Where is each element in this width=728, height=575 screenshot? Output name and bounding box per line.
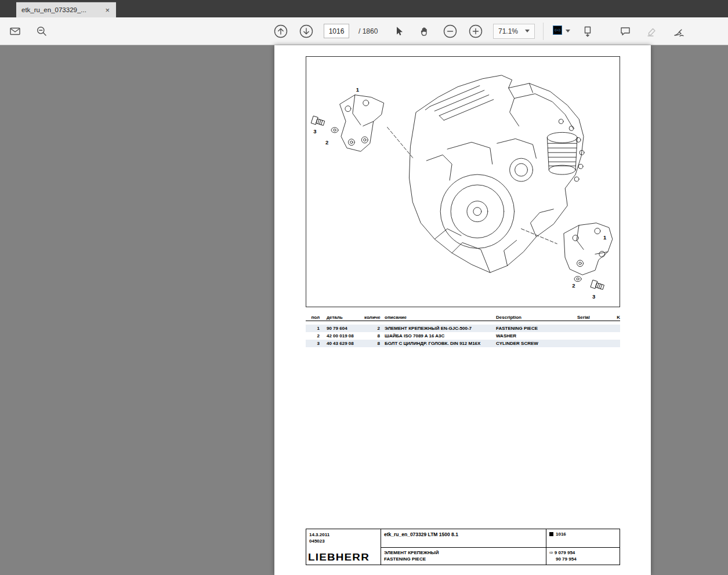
cell-pos: 3 — [306, 341, 322, 346]
callout-right-2: 2 — [572, 282, 575, 289]
header-qty: количе — [361, 315, 382, 320]
reference-arrow-icon: ⇨ — [549, 550, 553, 555]
page-up-icon — [273, 24, 288, 39]
title-block: 14.3.2011 045023 LIEBHERR etk_ru_en_0733… — [306, 529, 620, 565]
next-page-button[interactable] — [298, 23, 314, 39]
header-pos: пол — [306, 315, 322, 320]
callout-left-3: 3 — [313, 128, 316, 134]
cell-qty: 8 — [361, 341, 382, 346]
sign-pen-icon — [673, 26, 684, 37]
highlight-button[interactable] — [644, 23, 660, 39]
parts-row: 1 90 79 604 2 ЭЛЕМЕНТ КРЕПЕЖНЫЙ EN-GJC-5… — [306, 325, 620, 332]
cell-desc-ru: БОЛТ С ЦИЛИНДР. ГОЛОВК. DIN 912 M16X — [382, 341, 496, 346]
header-desc-en: Description — [496, 315, 577, 320]
cell-qty: 2 — [361, 326, 382, 331]
cell-desc-en: WASHER — [496, 333, 577, 339]
part-title-ru: ЭЛЕМЕНТ КРЕПЕЖНЫЙ — [384, 549, 543, 556]
parts-table-header: пол деталь количе описание Description S… — [306, 314, 620, 321]
cell-desc-en: FASTENING PIECE — [496, 326, 577, 331]
footer-page-number: 1016 — [556, 532, 566, 537]
callout-right-3: 3 — [592, 293, 595, 300]
title-block-right: 1016 ⇨9 079 954 90 79 954 — [546, 529, 620, 565]
window-tab-bar: etk_ru_en_073329_... × — [0, 0, 728, 17]
zoom-level-value: 71.1% — [498, 27, 518, 35]
reference-number-top: 9 079 954 — [555, 550, 575, 555]
callout-right-1: 1 — [603, 234, 606, 241]
email-icon — [9, 26, 21, 37]
fit-width-icon — [552, 24, 563, 38]
zoom-in-icon — [468, 24, 483, 39]
pdf-viewer-area[interactable]: 1 2 3 1 2 3 пол деталь количе описание D… — [0, 45, 728, 575]
chevron-down-icon — [566, 30, 570, 32]
fit-page-dropdown[interactable] — [552, 24, 570, 38]
tab-close-icon[interactable]: × — [104, 6, 111, 14]
page-down-icon — [299, 24, 314, 39]
hand-tool-button[interactable] — [416, 23, 433, 39]
marquee-zoom-button[interactable] — [34, 23, 50, 39]
page-display-mode-button[interactable] — [579, 23, 596, 39]
comment-bubble-icon — [620, 26, 631, 37]
fill-sign-button[interactable] — [671, 23, 687, 39]
catalog-reference: etk_ru_en_073329 LTM 1500 8.1 — [381, 529, 546, 548]
cell-desc-ru: ЭЛЕМЕНТ КРЕПЕЖНЫЙ EN-GJC-500-7 — [382, 326, 496, 331]
title-block-center: etk_ru_en_073329 LTM 1500 8.1 ЭЛЕМЕНТ КР… — [381, 529, 546, 565]
parts-diagram-frame: 1 2 3 1 2 3 — [306, 56, 620, 307]
comment-button[interactable] — [617, 23, 633, 39]
select-cursor-icon — [393, 26, 405, 37]
toolbar-separator — [543, 23, 544, 40]
header-k: K — [612, 315, 620, 320]
cell-part: 40 43 629 08 — [322, 341, 361, 346]
parts-table: пол деталь количе описание Description S… — [306, 314, 620, 347]
callout-left-2: 2 — [325, 139, 328, 145]
pdf-page[interactable]: 1 2 3 1 2 3 пол деталь количе описание D… — [274, 45, 651, 575]
liebherr-logo: LIEBHERR — [308, 552, 370, 563]
part-title-en: FASTENING PIECE — [384, 556, 543, 562]
parts-row: 3 40 43 629 08 8 БОЛТ С ЦИЛИНДР. ГОЛОВК.… — [306, 340, 620, 347]
toolbar-right-group — [617, 17, 687, 45]
print-date: 14.3.2011 — [309, 532, 378, 538]
hand-icon — [419, 26, 430, 37]
cell-pos: 2 — [306, 333, 322, 339]
document-tab[interactable]: etk_ru_en_073329_... × — [16, 2, 116, 17]
cell-desc-ru: ШАЙБА ISO 7089 A 16 A3C — [382, 333, 496, 339]
cell-qty: 8 — [361, 333, 382, 339]
zoom-out-icon — [443, 24, 458, 39]
page-number-input[interactable] — [324, 24, 349, 38]
header-part: деталь — [322, 315, 361, 320]
email-button[interactable] — [7, 23, 23, 39]
chevron-down-icon — [525, 30, 530, 32]
highlighter-pen-icon — [646, 26, 658, 37]
zoom-level-dropdown[interactable]: 71.1% — [493, 24, 535, 39]
zoom-in-button[interactable] — [468, 23, 484, 39]
print-code: 045023 — [309, 538, 378, 544]
header-desc-ru: описание — [382, 315, 496, 320]
previous-page-button[interactable] — [273, 23, 289, 39]
cell-part: 42 00 019 08 — [322, 333, 361, 339]
pdf-toolbar: / 1860 71.1% — [0, 17, 728, 45]
header-serial: Serial — [577, 315, 612, 320]
title-block-left: 14.3.2011 045023 LIEBHERR — [306, 529, 381, 565]
reference-number-bottom: 90 79 954 — [556, 556, 617, 562]
cell-desc-en: CYLINDER SCREW — [496, 341, 577, 346]
callout-left-1: 1 — [356, 86, 359, 93]
cell-part: 90 79 604 — [322, 326, 361, 331]
toolbar-left-group — [7, 17, 50, 45]
page-count-label: / 1860 — [358, 27, 382, 35]
page-marker-icon — [549, 532, 553, 536]
select-tool-button[interactable] — [391, 23, 407, 39]
parts-row: 2 42 00 019 08 8 ШАЙБА ISO 7089 A 16 A3C… — [306, 332, 620, 340]
zoom-out-button[interactable] — [442, 23, 458, 39]
magnifier-minus-icon — [36, 26, 48, 37]
cell-pos: 1 — [306, 326, 322, 331]
engine-exploded-diagram: 1 2 3 1 2 3 — [306, 57, 620, 307]
tab-title: etk_ru_en_073329_... — [21, 6, 86, 13]
page-scroll-icon — [582, 26, 593, 37]
toolbar-center-group: / 1860 71.1% — [273, 17, 596, 45]
